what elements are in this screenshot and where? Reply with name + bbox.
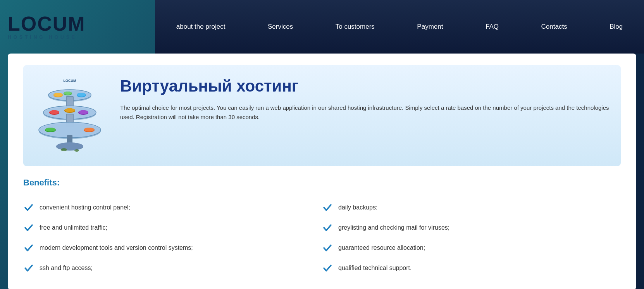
svg-point-29 [84,128,94,132]
svg-text:LOCUM: LOCUM [64,79,76,83]
benefit-item: ssh and ftp access; [23,258,322,278]
benefit-item: convenient hosting control panel; [23,197,322,218]
svg-point-33 [61,148,67,151]
benefit-text: guaranteed resource allocation; [338,244,425,251]
nav-blog[interactable]: Blog [605,20,627,34]
svg-point-34 [74,149,79,152]
checkmark-icon [23,202,34,213]
nav-faq[interactable]: FAQ [481,20,503,34]
benefit-item: guaranteed resource allocation; [322,238,621,258]
hero-section: LOCUM [23,65,621,166]
nav-services[interactable]: Services [263,20,298,34]
svg-point-7 [77,93,86,97]
benefits-left: convenient hosting control panel; free a… [23,197,322,278]
hero-title: Виртуальный хостинг [120,77,609,95]
checkmark-icon [322,222,333,233]
nav-contacts[interactable]: Contacts [537,20,572,34]
benefit-item: free and unlimited traffic; [23,218,322,238]
benefit-item: greylisting and checking mail for viruse… [322,218,621,238]
benefit-text: modern development tools and version con… [40,244,193,251]
benefit-text: greylisting and checking mail for viruse… [338,224,449,231]
hero-content: Виртуальный хостинг The optimal choice f… [120,73,609,122]
checkmark-icon [23,222,34,233]
benefit-text: daily backups; [338,204,377,211]
svg-point-5 [54,93,62,97]
benefits-section: Benefits: convenient hosting control pan… [23,178,621,278]
checkmark-icon [23,242,34,253]
benefit-item: qualified technical support. [322,258,621,278]
benefit-item: daily backups; [322,197,621,218]
logo-main: LOCUM [8,14,86,34]
benefit-text: ssh and ftp access; [40,265,93,272]
svg-point-20 [65,108,75,112]
benefit-item: modern development tools and version con… [23,238,322,258]
svg-point-32 [56,142,83,150]
checkmark-icon [322,263,333,273]
svg-point-16 [50,110,59,114]
svg-point-18 [79,110,88,114]
benefits-right: daily backups; greylisting and checking … [322,197,621,278]
checkmark-icon [23,263,34,273]
checkmark-icon [322,202,333,213]
benefit-text: free and unlimited traffic; [40,224,107,231]
hero-description: The optimal choice for most projects. Yo… [120,103,609,122]
benefits-heading: Benefits: [23,178,621,188]
main-content: LOCUM [8,54,636,289]
nav-customers[interactable]: To customers [331,20,379,34]
benefits-grid: convenient hosting control panel; free a… [23,197,621,278]
svg-point-27 [45,128,55,132]
checkmark-icon [322,242,333,253]
nav-payment[interactable]: Payment [412,20,448,34]
logo-area: LOCUM HOSTING HOUSE [8,14,155,40]
main-nav: about the project Services To customers … [155,0,644,54]
benefit-text: convenient hosting control panel; [40,204,130,211]
svg-point-9 [64,92,72,95]
benefit-text: qualified technical support. [338,265,412,272]
nav-about[interactable]: about the project [172,20,230,34]
hero-image: LOCUM [31,73,108,158]
logo-subtitle: HOSTING HOUSE [8,35,77,40]
